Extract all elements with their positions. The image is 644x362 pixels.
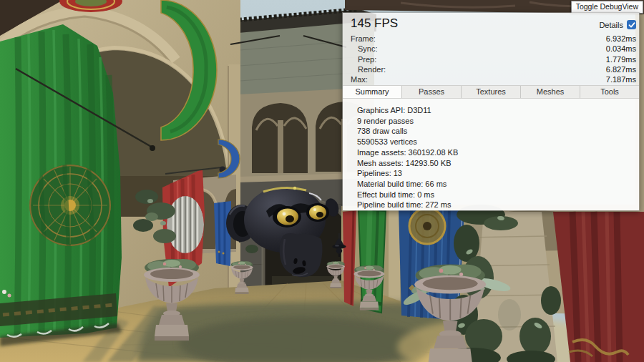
timing-label: Frame: — [351, 34, 376, 43]
app-window: Toggle DebugView 145 FPS Details Frame: … — [0, 0, 644, 362]
checkbox-check-icon — [628, 21, 635, 29]
tab-passes[interactable]: Passes — [402, 86, 462, 98]
timing-row-frame: Frame: 6.932ms — [343, 34, 639, 44]
tab-summary[interactable]: Summary — [343, 86, 402, 98]
timing-value: 7.187ms — [606, 75, 636, 84]
banner-blue-left — [214, 201, 231, 266]
details-checkbox[interactable] — [627, 20, 636, 29]
timing-label: Render: — [358, 65, 386, 74]
summary-tab-content: Graphics API: D3D11 9 render passes 738 … — [343, 99, 639, 210]
timing-row-max: Max: 7.187ms — [343, 74, 639, 84]
summary-line: 5590533 vertices — [357, 137, 632, 147]
debug-panel: 145 FPS Details Frame: 6.932ms Sync: 0.0… — [342, 12, 640, 211]
tab-textures[interactable]: Textures — [462, 86, 521, 98]
timing-value: 1.779ms — [606, 55, 636, 64]
summary-line: 738 draw calls — [357, 126, 632, 137]
timing-label: Prep: — [358, 55, 376, 64]
summary-line: Mesh assets: 14293.50 KB — [357, 158, 632, 169]
tab-bar: Summary Passes Textures Meshes Tools — [343, 85, 639, 99]
panel-header: 145 FPS Details Frame: 6.932ms Sync: 0.0… — [343, 13, 639, 85]
summary-line: 9 render passes — [357, 116, 632, 127]
summary-line: Pipelines: 13 — [357, 168, 632, 179]
summary-line: Image assets: 360192.08 KB — [357, 147, 632, 158]
timing-row-prep: Prep: 1.779ms — [343, 54, 639, 64]
fps-counter: 145 FPS — [351, 16, 398, 31]
timing-row-sync: Sync: 0.034ms — [343, 44, 639, 54]
timing-row-render: Render: 6.827ms — [343, 64, 639, 74]
summary-line: Graphics API: D3D11 — [357, 105, 632, 116]
timing-value: 6.932ms — [606, 34, 636, 43]
timing-label: Max: — [351, 75, 368, 84]
tab-tools[interactable]: Tools — [580, 86, 639, 98]
timing-label: Sync: — [358, 44, 378, 53]
timing-value: 0.034ms — [606, 44, 636, 53]
summary-line: Effect build time: 0 ms — [357, 190, 632, 200]
timing-value: 6.827ms — [606, 65, 636, 74]
summary-line: Pipeline build time: 272 ms — [357, 200, 632, 210]
summary-line: Material build time: 66 ms — [357, 179, 632, 190]
details-label: Details — [599, 21, 623, 29]
tab-meshes[interactable]: Meshes — [521, 86, 580, 98]
details-toggle-row: Details — [599, 20, 636, 29]
timing-rows: Frame: 6.932ms Sync: 0.034ms Prep: 1.779… — [343, 34, 639, 84]
banner-green-large — [0, 24, 122, 346]
